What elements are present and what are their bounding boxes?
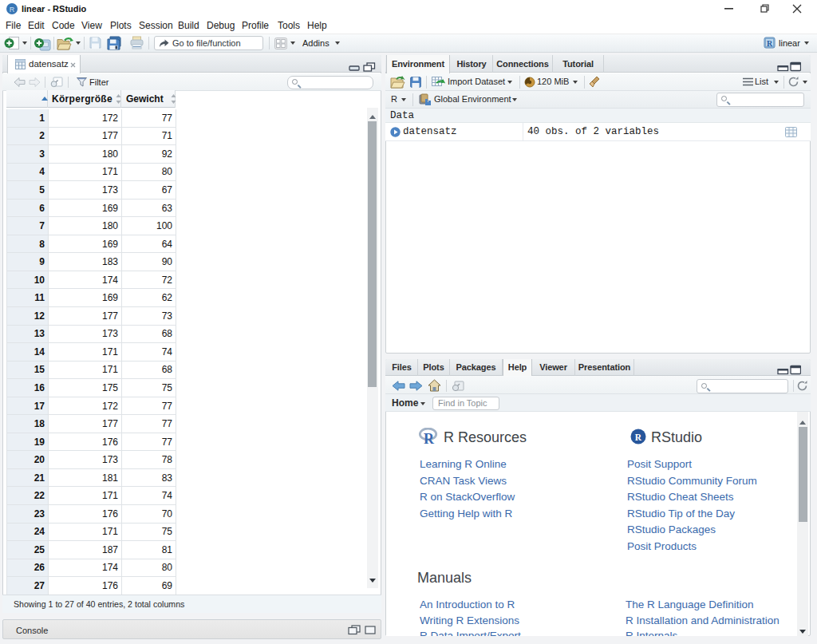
svg-text:R: R [424, 431, 435, 445]
svg-text:R: R [635, 433, 642, 442]
svg-text:R: R [10, 6, 15, 14]
svg-text:R: R [767, 39, 773, 48]
